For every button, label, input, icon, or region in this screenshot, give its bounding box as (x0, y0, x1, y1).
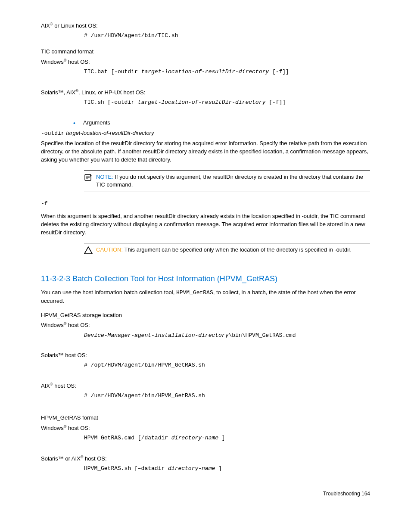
caution-body: CAUTION: This argument can be specified … (96, 246, 370, 254)
text: host OS: (83, 455, 106, 462)
text: , Linux, or HP-UX host OS: (78, 89, 145, 96)
text: host OS: (66, 425, 90, 431)
sup: ® (50, 382, 53, 386)
os-label-win-format: Windows® host OS: (41, 424, 370, 432)
note-body: NOTE: If you do not specify this argumen… (96, 173, 370, 190)
text: Windows (41, 59, 64, 65)
text: Windows (41, 425, 64, 431)
format-heading: HPVM_GetRAS format (41, 414, 370, 422)
os-label-windows: Windows® host OS: (41, 58, 370, 66)
os-label-win-storage: Windows® host OS: (41, 321, 370, 330)
caution-callout: CAUTION: This argument can be specified … (84, 243, 370, 260)
note-callout: NOTE: If you do not specify this argumen… (84, 170, 370, 193)
text: ] (215, 465, 222, 472)
arg-outdir: -outdir target-location-of-resultDir-dir… (41, 129, 370, 138)
text: If you do not specify this argument, the… (96, 174, 363, 188)
arg-f-flag: -f (41, 200, 370, 208)
text: directory-name (171, 435, 218, 441)
cmd-storage-sol: # /opt/HDVM/agent/bin/HPVM_GetRAS.sh (84, 361, 370, 370)
cmd-aix-linux: # /usr/HDVM/agent/bin/TIC.sh (84, 32, 370, 40)
text: TIC.bat [-outdir (84, 68, 141, 75)
text: host OS: (66, 59, 90, 65)
note-label: NOTE: (96, 174, 115, 180)
text: host OS: (53, 383, 76, 389)
text: ] (218, 435, 225, 441)
text: Arguments (83, 119, 110, 127)
text: HPVM_GetRAS (176, 289, 213, 296)
note-icon (84, 173, 96, 184)
os-label-sol-storage: Solaris™ host OS: (41, 352, 370, 360)
cmd-tic-win: TIC.bat [-outdir target-location-of-resu… (84, 68, 370, 76)
text: \bin\HPVM_GetRAS.cmd (228, 332, 296, 339)
text: target-location-of-resultDir-directory (138, 99, 265, 106)
cmd-tic-sol: TIC.sh [-outdir target-location-of-resul… (84, 99, 370, 107)
section-intro: You can use the host information batch c… (41, 289, 370, 305)
bullet-arguments: Arguments (73, 119, 370, 128)
heading-tic-format: TIC command format (41, 48, 370, 56)
text: This argument can be specified only when… (125, 246, 352, 253)
caution-icon (84, 246, 96, 257)
sup: ® (50, 22, 53, 26)
text: [-f]] (269, 68, 289, 75)
os-label-sol-format: Solaris™ or AIX® host OS: (41, 454, 370, 463)
text: directory-name (168, 465, 215, 472)
text: HPVM_GetRAS.sh [–datadir (84, 465, 168, 472)
text: You can use the host information batch c… (41, 289, 176, 296)
arg-f-desc: When this argument is specified, and ano… (41, 212, 370, 237)
os-label-aix-storage: AIX® host OS: (41, 382, 370, 390)
cmd-format-sol: HPVM_GetRAS.sh [–datadir directory-name … (84, 465, 370, 473)
text: host OS: (66, 322, 90, 329)
cmd-storage-aix: # /usr/HDVM/agent/bin/HPVM_GetRAS.sh (84, 392, 370, 400)
storage-heading: HPVM_GetRAS storage location (41, 311, 370, 320)
text: HPVM_GetRAS.cmd [/datadir (84, 435, 171, 441)
sup: ® (75, 89, 78, 93)
text: -outdir (41, 130, 65, 137)
arg-outdir-desc: Specifies the location of the resultDir … (41, 140, 370, 164)
cmd-storage-win: Device-Manager-agent-installation-direct… (84, 332, 370, 340)
section-heading: 11-3-2-3 Batch Collection Tool for Host … (41, 273, 370, 284)
os-label-aix-linux: AIX® or Linux host OS: (41, 22, 370, 30)
text: Solaris™ or AIX (41, 455, 81, 462)
text: or Linux host OS: (53, 22, 98, 29)
text: AIX (41, 22, 50, 29)
os-label-solaris: Solaris™, AIX®, Linux, or HP-UX host OS: (41, 88, 370, 97)
cmd-format-win: HPVM_GetRAS.cmd [/datadir directory-name… (84, 434, 370, 442)
page-footer: Troubleshooting 164 (41, 490, 370, 498)
text: AIX (41, 383, 50, 389)
text: Windows (41, 322, 64, 329)
text: TIC.sh [-outdir (84, 99, 138, 106)
text: Solaris™, AIX (41, 89, 75, 96)
text: target-location-of-resultDir-directory (65, 130, 154, 136)
caution-label: CAUTION: (96, 246, 125, 253)
text: target-location-of-resultDir-directory (141, 68, 269, 75)
text: Device-Manager-agent-installation-direct… (84, 332, 228, 339)
text: [-f]] (265, 99, 286, 106)
